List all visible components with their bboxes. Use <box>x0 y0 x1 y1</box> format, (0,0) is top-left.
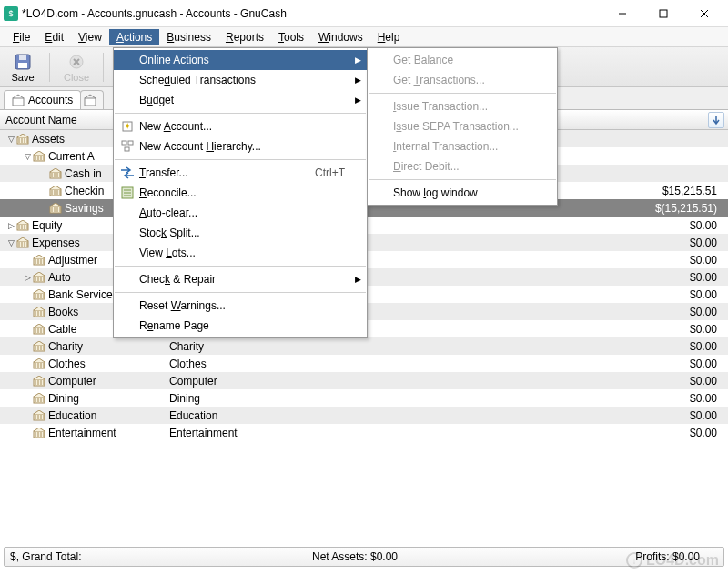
save-button[interactable]: Save <box>5 52 40 83</box>
account-total-cell: $0.00 <box>373 427 728 439</box>
menu-item-icon <box>117 317 137 334</box>
menu-item[interactable]: New Account Hierarchy... <box>114 136 367 156</box>
account-name: Education <box>48 409 96 422</box>
account-desc-cell: Charity <box>164 337 373 355</box>
menu-item-icon <box>371 72 391 88</box>
app-icon: $ <box>4 6 18 21</box>
menu-tools[interactable]: Tools <box>271 29 311 45</box>
menu-item[interactable]: Show log window <box>368 183 557 203</box>
status-currency: $, Grand Total: <box>10 550 240 563</box>
window-title: *LO4D.com - Accounts.gnucash - Accounts … <box>22 7 602 20</box>
menu-item[interactable]: Stock Split... <box>114 223 367 243</box>
account-total-cell: $0.00 <box>373 237 728 249</box>
menu-item-label: Auto-clear... <box>139 206 345 219</box>
save-icon <box>13 52 33 72</box>
account-name-cell: Education <box>0 407 164 424</box>
bank-icon <box>33 358 46 369</box>
menu-reports[interactable]: Reports <box>218 29 271 45</box>
actions-menu: Online Actions▶Scheduled Transactions▶Bu… <box>113 47 368 338</box>
menu-help[interactable]: Help <box>370 29 408 45</box>
account-row[interactable]: CharityCharity$0.00 <box>0 337 728 355</box>
menu-item[interactable]: Rename Page <box>114 316 367 336</box>
account-row[interactable]: EntertainmentEntertainment$0.00 <box>0 424 728 441</box>
menu-file[interactable]: File <box>5 29 37 45</box>
close-tab-button[interactable]: Close <box>59 52 94 83</box>
account-total-cell: $0.00 <box>373 271 728 284</box>
account-total-cell: $0.00 <box>373 392 728 405</box>
menu-item[interactable]: Auto-clear... <box>114 203 367 223</box>
bank-icon <box>33 272 46 283</box>
bank-icon <box>33 255 46 266</box>
account-total-cell: $0.00 <box>373 219 728 232</box>
menu-separator <box>115 266 366 267</box>
svg-text:$: $ <box>8 9 13 18</box>
menu-item-icon: ✦ <box>117 118 137 135</box>
menu-item-label: View Lots... <box>139 247 345 259</box>
menu-item[interactable]: Online Actions▶ <box>114 50 367 70</box>
expand-toggle[interactable]: ▽ <box>5 135 16 144</box>
expand-toggle[interactable]: ▽ <box>22 152 33 161</box>
account-name: Equity <box>32 219 62 232</box>
account-name: Adjustmer <box>48 254 97 267</box>
menu-item-label: Issue SEPA Transaction... <box>393 120 535 133</box>
bank-icon <box>33 376 46 387</box>
svg-rect-3 <box>660 10 667 17</box>
maximize-button[interactable] <box>642 0 683 27</box>
account-name: Charity <box>48 340 83 353</box>
submenu-arrow-icon: ▶ <box>355 96 361 105</box>
menu-item-icon <box>371 52 391 68</box>
account-name: Clothes <box>48 357 86 370</box>
menu-item-label: Reconcile... <box>139 186 345 199</box>
bank-icon <box>33 151 46 162</box>
account-total-cell: $0.00 <box>373 288 728 301</box>
bank-icon <box>33 428 46 438</box>
column-chooser-button[interactable] <box>708 112 724 128</box>
save-label: Save <box>11 72 34 83</box>
menu-actions[interactable]: Actions <box>109 29 159 45</box>
minimize-button[interactable] <box>602 0 642 27</box>
account-name: Cable <box>48 323 76 336</box>
expand-toggle[interactable]: ▷ <box>5 221 16 230</box>
toolbar-separator <box>103 53 104 82</box>
menu-item-icon <box>371 185 391 201</box>
close-button[interactable] <box>683 0 724 27</box>
menu-windows[interactable]: Windows <box>311 29 370 45</box>
menu-item-label: Get Transactions... <box>393 74 535 86</box>
account-total-cell: $0.00 <box>373 323 728 336</box>
menu-item-icon <box>371 98 391 115</box>
menu-view[interactable]: View <box>71 29 109 45</box>
menu-item-label: Internal Transaction... <box>393 140 535 153</box>
menu-item[interactable]: Reset Warnings... <box>114 296 367 316</box>
menu-item-label: Direct Debit... <box>393 160 535 173</box>
menu-business[interactable]: Business <box>159 29 218 45</box>
menu-item[interactable]: Transfer...Ctrl+T <box>114 163 367 183</box>
account-total-cell: $0.00 <box>373 340 728 353</box>
menu-item[interactable]: Scheduled Transactions▶ <box>114 70 367 90</box>
account-row[interactable]: DiningDining$0.00 <box>0 389 728 407</box>
account-row[interactable]: ComputerComputer$0.00 <box>0 372 728 389</box>
account-row[interactable]: EducationEducation$0.00 <box>0 407 728 424</box>
account-row[interactable]: ClothesClothes$0.00 <box>0 355 728 372</box>
tab-accounts[interactable]: Accounts <box>4 90 81 109</box>
menu-item[interactable]: Budget▶ <box>114 90 367 110</box>
menu-item-accelerator: Ctrl+T <box>288 166 345 179</box>
bank-icon <box>49 203 62 214</box>
bank-icon <box>33 307 46 317</box>
menu-item: Issue SEPA Transaction... <box>368 116 557 136</box>
expand-toggle[interactable]: ▽ <box>5 238 16 247</box>
menu-item[interactable]: Check & Repair▶ <box>114 269 367 289</box>
account-name: Current A <box>48 150 95 163</box>
menu-item[interactable]: ✦New Account... <box>114 116 367 136</box>
expand-toggle[interactable]: ▷ <box>22 273 33 282</box>
menu-edit[interactable]: Edit <box>37 29 71 45</box>
status-net-assets: Net Assets: $0.00 <box>240 550 470 563</box>
menu-item[interactable]: View Lots... <box>114 243 367 263</box>
svg-text:✦: ✦ <box>124 121 131 131</box>
bank-icon <box>33 289 46 300</box>
menu-item-label: Budget <box>139 94 345 106</box>
tab-secondary[interactable] <box>80 90 104 109</box>
menu-item[interactable]: Reconcile... <box>114 183 367 203</box>
menu-item-label: Get Balance <box>393 54 535 66</box>
menu-item-icon <box>117 297 137 314</box>
bank-icon <box>16 134 29 145</box>
